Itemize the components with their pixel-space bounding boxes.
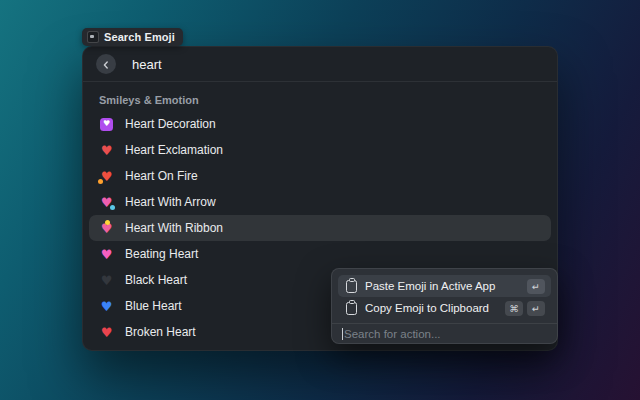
action-label: Paste Emoji in Active App	[365, 280, 495, 292]
emoji-label: Beating Heart	[125, 247, 198, 261]
emoji-accent	[105, 220, 110, 225]
heart-emoji-icon: ♥	[99, 351, 114, 352]
key-badge: ⌘	[505, 301, 523, 316]
action-panel: Paste Emoji in Active App ↵ Copy Emoji t…	[331, 268, 558, 344]
search-input[interactable]: heart	[132, 57, 162, 72]
heart-emoji-icon: ♥	[99, 273, 114, 288]
action-label: Copy Emoji to Clipboard	[365, 302, 489, 314]
section-header: Smileys & Emotion	[83, 82, 557, 111]
heart-emoji-icon: ♥	[99, 221, 114, 236]
emoji-accent	[98, 179, 103, 184]
heart-emoji-icon: ♥	[99, 299, 114, 314]
key-badge: ↵	[527, 279, 545, 294]
action-item[interactable]: Paste Emoji in Active App ↵	[338, 275, 551, 297]
heart-emoji-icon: ♥	[99, 143, 114, 158]
action-search-input[interactable]: Search for action...	[332, 324, 557, 343]
emoji-label: Black Heart	[125, 273, 187, 287]
clipboard-icon	[346, 280, 357, 293]
emoji-label: Heart On Fire	[125, 169, 198, 183]
emoji-list-item[interactable]: ♥ Heart Decoration	[89, 111, 551, 137]
emoji-label: Heart Decoration	[125, 117, 216, 131]
hint-pill-label: Search Emoji	[104, 31, 175, 43]
emoji-label: Heart With Arrow	[125, 195, 216, 209]
chevron-left-icon	[102, 57, 110, 72]
emoji-list-item[interactable]: ♥ Heart With Arrow	[89, 189, 551, 215]
emoji-list-item[interactable]: ♥ Brown Heart	[89, 345, 551, 351]
heart-emoji-icon: ♥	[99, 247, 114, 262]
emoji-list-item[interactable]: ♥ Beating Heart	[89, 241, 551, 267]
action-search-placeholder: Search for action...	[344, 328, 441, 340]
text-cursor	[342, 328, 343, 340]
emoji-app-icon	[87, 31, 99, 43]
clipboard-icon	[346, 302, 357, 315]
shortcut-badges: ⌘↵	[505, 301, 545, 316]
emoji-label: Blue Heart	[125, 299, 182, 313]
emoji-label: Broken Heart	[125, 325, 196, 339]
emoji-label: Heart Exclamation	[125, 143, 223, 157]
heart-emoji-icon: ♥	[99, 325, 114, 340]
action-item[interactable]: Copy Emoji to Clipboard ⌘↵	[338, 297, 551, 319]
emoji-label: Heart With Ribbon	[125, 221, 223, 235]
key-badge: ↵	[527, 301, 545, 316]
emoji-list-item[interactable]: ♥ Heart Exclamation	[89, 137, 551, 163]
emoji-accent	[110, 205, 115, 210]
heart-emoji-icon: ♥	[100, 118, 113, 131]
shortcut-badges: ↵	[527, 279, 545, 294]
search-emoji-hint-pill: Search Emoji	[82, 28, 183, 46]
action-list: Paste Emoji in Active App ↵ Copy Emoji t…	[332, 269, 557, 321]
search-bar: heart	[83, 47, 557, 81]
back-button[interactable]	[96, 54, 116, 74]
heart-emoji-icon: ♥	[99, 195, 114, 210]
emoji-list-item[interactable]: ♥ Heart With Ribbon	[89, 215, 551, 241]
heart-emoji-icon: ♥	[99, 169, 114, 184]
emoji-list-item[interactable]: ♥ Heart On Fire	[89, 163, 551, 189]
